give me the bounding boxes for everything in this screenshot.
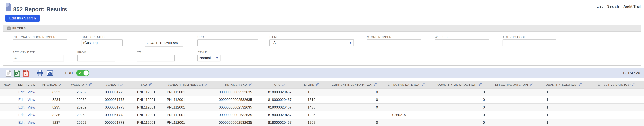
852-report-results-page: 852 Report: Results List Search Audit Tr… [0, 0, 644, 126]
col-header-new: NEW [0, 81, 16, 88]
item-select-value: - All - [272, 41, 280, 45]
cell-week-id: 20262 [65, 119, 98, 126]
col-header-effective-date-qs: EFFECTIVE DATE (QS) [589, 81, 644, 88]
cell-effective-date-qs [589, 104, 644, 111]
item-select[interactable]: - All - ▼ [270, 40, 354, 46]
cell-vendor-item-number: PNL112001 [162, 96, 214, 104]
cell-effective-date-qp [489, 88, 538, 96]
table-row: Edit|View 8234 20262 0000051773 PNL11200… [0, 96, 644, 104]
style-select[interactable]: Normal ▼ [198, 55, 220, 61]
pencil-icon[interactable] [479, 82, 482, 86]
view-link[interactable]: View [28, 105, 35, 109]
new-document-icon[interactable] [6, 69, 11, 77]
cell-current-inventory-qa: 0 [326, 119, 382, 126]
print-icon[interactable] [36, 70, 43, 76]
cell-current-inventory-qa: 0 [326, 96, 382, 104]
export-pdf-icon[interactable] [23, 69, 29, 77]
store-number-input[interactable] [367, 40, 421, 46]
edit-link[interactable]: Edit [18, 90, 24, 94]
export-excel-icon[interactable] [14, 69, 20, 77]
to-label: TO [137, 50, 175, 54]
cell-sku: PNL112001 [131, 104, 162, 111]
col-header-week-id[interactable]: WEEK ID▲ [65, 81, 98, 88]
date-created-datetime-input[interactable] [145, 40, 183, 47]
cell-vendor-item-number: PNL112001 [162, 119, 214, 126]
activity-code-label: ACTIVITY CODE [502, 35, 556, 39]
internal-vendor-number-input[interactable] [13, 40, 67, 46]
item-label: ITEM [270, 35, 354, 39]
col-header-quantity-sold-qs: QUANTITY SOLD (QS) [538, 81, 589, 88]
total-count: TOTAL: 20 [622, 71, 640, 75]
pencil-icon[interactable] [422, 82, 425, 86]
cell-effective-date-qp [489, 119, 538, 126]
filter-internal-vendor-number: INTERNAL VENDOR NUMBER [13, 35, 67, 46]
filter-from: FROM [77, 50, 115, 61]
cell-edit-view: Edit|View [16, 119, 38, 126]
cell-store: 1519 [297, 96, 326, 104]
cell-vendor-item-number: PNL112001 [162, 111, 214, 119]
view-link[interactable]: View [28, 98, 35, 102]
cell-edit-view: Edit|View [16, 104, 38, 111]
pencil-icon[interactable] [148, 82, 152, 86]
view-link[interactable]: View [28, 90, 35, 94]
cell-upc: 818000020467 [263, 111, 297, 119]
edit-this-search-button[interactable]: Edit this Search [5, 15, 40, 22]
edit-link[interactable]: Edit [18, 98, 24, 102]
pencil-icon[interactable] [89, 82, 92, 86]
sort-ascending-icon: ▲ [85, 83, 87, 85]
cell-quantity-on-order-qp: 0 [430, 111, 489, 119]
nav-link-audit-trail[interactable]: Audit Trail [624, 5, 641, 9]
toggle-knob [84, 70, 89, 76]
table-header-row: NEW EDIT | VIEW INTERNAL ID WEEK ID▲ VEN… [0, 81, 644, 88]
cell-new [0, 96, 16, 104]
cell-sku: PNL112001 [131, 111, 162, 119]
nav-link-search[interactable]: Search [607, 5, 619, 9]
activity-date-input[interactable] [13, 55, 64, 61]
pencil-icon[interactable] [248, 82, 252, 86]
collapse-section-icon[interactable] [7, 26, 11, 30]
pencil-icon[interactable] [282, 82, 286, 86]
from-input[interactable] [77, 55, 115, 61]
pencil-icon[interactable] [632, 82, 636, 86]
cell-retailer-sku: 00000000002532635 [214, 104, 263, 111]
cell-effective-date-qa [382, 119, 430, 126]
pencil-icon[interactable] [316, 82, 319, 86]
week-id-label: WEEK ID [435, 35, 489, 39]
toolbar-divider [33, 70, 33, 76]
activity-code-input[interactable] [502, 40, 556, 46]
col-header-internal-id: INTERNAL ID [38, 81, 65, 88]
cell-upc: 818000020467 [263, 119, 297, 126]
pencil-icon[interactable] [374, 82, 377, 86]
page-header: 852 Report: Results List Search Audit Tr… [0, 0, 644, 14]
pencil-icon[interactable] [530, 82, 533, 86]
cell-quantity-sold-qs: 1 [538, 104, 589, 111]
cell-effective-date-qs [589, 96, 644, 104]
pencil-icon[interactable] [120, 82, 124, 86]
filter-activity-date: ACTIVITY DATE [13, 50, 64, 61]
cell-store: 1225 [297, 111, 326, 119]
table-row: Edit|View 8237 20262 0000051773 PNL11200… [0, 119, 644, 126]
view-link[interactable]: View [28, 113, 35, 117]
cell-retailer-sku: 00000000002532635 [214, 96, 263, 104]
edit-toggle[interactable]: ✓ [76, 70, 89, 76]
col-header-retailer-sku: RETAILER SKU [214, 81, 263, 88]
col-header-edit-view: EDIT | VIEW [16, 81, 38, 88]
to-input[interactable] [137, 55, 175, 61]
date-created-input[interactable] [82, 40, 122, 46]
upc-input[interactable] [198, 40, 258, 46]
view-link[interactable]: View [28, 121, 35, 124]
cell-internal-id: 8236 [38, 111, 65, 119]
week-id-input[interactable] [435, 40, 489, 46]
edit-link[interactable]: Edit [18, 113, 24, 117]
filter-week-id: WEEK ID [435, 35, 489, 46]
email-icon[interactable] [46, 70, 54, 76]
cell-retailer-sku: 00000000002532635 [214, 111, 263, 119]
pencil-icon[interactable] [204, 82, 208, 86]
cell-store: 1435 [297, 104, 326, 111]
col-header-effective-date-qp: EFFECTIVE DATE (QP) [489, 81, 538, 88]
style-select-value: Normal [200, 56, 211, 60]
edit-link[interactable]: Edit [18, 121, 24, 124]
nav-link-list[interactable]: List [596, 5, 603, 9]
pencil-icon[interactable] [579, 82, 582, 86]
edit-link[interactable]: Edit [18, 105, 24, 109]
